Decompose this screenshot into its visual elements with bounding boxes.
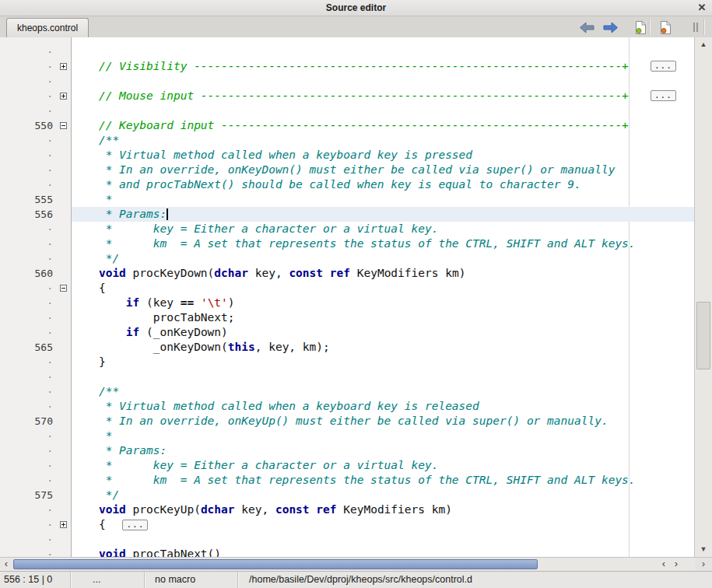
line-number[interactable]: 575: [0, 488, 53, 502]
line-number[interactable]: ·: [0, 310, 53, 325]
collapsed-fold-box[interactable]: ...: [122, 520, 148, 530]
code-line[interactable]: 570 * In an override, onKeyUp() must eit…: [0, 414, 695, 429]
code-line[interactable]: · * km = A set that represents the statu…: [0, 236, 695, 251]
code-line[interactable]: · * key = Either a character or a virtua…: [0, 222, 695, 236]
line-number[interactable]: ·: [0, 296, 53, 310]
line-number[interactable]: ·: [0, 473, 53, 488]
line-number[interactable]: 560: [0, 266, 53, 281]
code-line[interactable]: · * key = Either a character or a virtua…: [0, 458, 695, 473]
dock-grip-button[interactable]: [687, 19, 704, 35]
line-number[interactable]: ·: [0, 89, 53, 103]
document-action-button-1[interactable]: [633, 19, 650, 35]
code-line[interactable]: · /**: [0, 384, 695, 399]
code-text: if (_onKeyDown): [72, 325, 695, 340]
line-number[interactable]: ·: [0, 502, 53, 517]
line-number[interactable]: ·: [0, 59, 53, 74]
code-line[interactable]: · * Virtual method called when a keyboar…: [0, 148, 695, 163]
code-line[interactable]: · void procKeyUp(dchar key, const ref Ke…: [0, 502, 695, 517]
line-number[interactable]: ·: [0, 369, 53, 384]
line-number[interactable]: 565: [0, 340, 53, 355]
scroll-left-button[interactable]: ‹: [0, 558, 12, 571]
line-number[interactable]: ·: [0, 458, 53, 473]
line-number[interactable]: ·: [0, 384, 53, 399]
line-number[interactable]: 570: [0, 414, 53, 429]
tab-kheops-control[interactable]: kheops.control: [6, 18, 89, 37]
line-number[interactable]: 556: [0, 207, 53, 222]
line-number[interactable]: ·: [0, 251, 53, 266]
code-line[interactable]: · if (_onKeyDown): [0, 325, 695, 340]
vertical-scrollbar[interactable]: ▲ ▼: [694, 37, 712, 557]
scroll-left-button-2[interactable]: ‹: [658, 558, 670, 571]
code-line[interactable]: 575 */: [0, 488, 695, 502]
code-line[interactable]: · */: [0, 251, 695, 266]
scroll-down-button[interactable]: ▼: [695, 542, 712, 557]
code-line[interactable]: 556 * Params:: [0, 207, 695, 222]
scroll-right-button[interactable]: ›: [670, 558, 682, 571]
close-button[interactable]: ✕: [696, 2, 708, 14]
titlebar[interactable]: Source editor ✕: [0, 0, 712, 16]
code-line[interactable]: ·: [0, 74, 695, 89]
nav-forward-button[interactable]: [602, 19, 619, 35]
line-number[interactable]: ·: [0, 429, 53, 443]
line-number[interactable]: ·: [0, 236, 53, 251]
line-number[interactable]: ·: [0, 443, 53, 458]
line-number[interactable]: ·: [0, 399, 53, 414]
code-line[interactable]: · procTabNext;: [0, 310, 695, 325]
code-line[interactable]: · * In an override, onKeyDown() must eit…: [0, 163, 695, 177]
horizontal-scroll-thumb[interactable]: [13, 559, 538, 569]
line-number[interactable]: ·: [0, 103, 53, 118]
document-orange-icon: [659, 20, 672, 35]
code-line[interactable]: · void procTabNext(): [0, 547, 695, 557]
line-number[interactable]: ·: [0, 163, 53, 177]
line-number[interactable]: ·: [0, 148, 53, 163]
line-number[interactable]: ·: [0, 532, 53, 547]
code-line[interactable]: · * and procTabNext() should be called w…: [0, 177, 695, 192]
line-number[interactable]: ·: [0, 44, 53, 59]
fold-toggle-icon[interactable]: [60, 521, 67, 528]
line-number[interactable]: ·: [0, 517, 53, 532]
line-number[interactable]: ·: [0, 74, 53, 89]
code-line[interactable]: · // Mouse input -----------------------…: [0, 89, 695, 103]
line-number[interactable]: ·: [0, 133, 53, 148]
line-number[interactable]: ·: [0, 355, 53, 369]
code-line[interactable]: 565 _onKeyDown(this, key, km);: [0, 340, 695, 355]
line-number[interactable]: 555: [0, 192, 53, 207]
document-action-button-2[interactable]: [657, 19, 674, 35]
code-line[interactable]: · }: [0, 355, 695, 369]
code-line[interactable]: · {: [0, 281, 695, 296]
vertical-scroll-thumb[interactable]: [696, 302, 710, 369]
line-number[interactable]: ·: [0, 222, 53, 236]
line-number[interactable]: 550: [0, 118, 53, 133]
collapsed-fold-box[interactable]: ...: [651, 61, 676, 72]
code-line[interactable]: ·: [0, 103, 695, 118]
fold-toggle-icon[interactable]: [60, 93, 67, 100]
code-line[interactable]: · * Params:: [0, 443, 695, 458]
code-line[interactable]: ·: [0, 44, 695, 59]
code-text: *: [72, 429, 695, 443]
code-editor[interactable]: ·· // Visibility -----------------------…: [0, 37, 712, 557]
scroll-up-button[interactable]: ▲: [695, 37, 712, 52]
code-line[interactable]: · if (key == '\t'): [0, 296, 695, 310]
fold-toggle-icon[interactable]: [60, 285, 67, 292]
caret-position: 556 : 15 | 0: [0, 572, 71, 588]
code-line[interactable]: ·: [0, 369, 695, 384]
line-number[interactable]: ·: [0, 325, 53, 340]
collapsed-fold-box[interactable]: ...: [651, 90, 676, 101]
code-line[interactable]: 550 // Keyboard input ------------------…: [0, 118, 695, 133]
code-line[interactable]: · * km = A set that represents the statu…: [0, 473, 695, 488]
code-line[interactable]: · // Visibility ------------------------…: [0, 59, 695, 74]
fold-toggle-icon[interactable]: [60, 122, 67, 129]
line-number[interactable]: ·: [0, 281, 53, 296]
code-line[interactable]: · * Virtual method called when a keyboar…: [0, 399, 695, 414]
code-line[interactable]: ·: [0, 532, 695, 547]
code-line[interactable]: · { ...: [0, 517, 695, 532]
horizontal-scrollbar[interactable]: ‹ ‹ ›: [0, 557, 695, 571]
code-line[interactable]: 555 *: [0, 192, 695, 207]
line-number[interactable]: ·: [0, 547, 53, 557]
code-line[interactable]: · *: [0, 429, 695, 443]
code-line[interactable]: 560 void procKeyDown(dchar key, const re…: [0, 266, 695, 281]
nav-back-button[interactable]: [578, 19, 595, 35]
code-line[interactable]: · /**: [0, 133, 695, 148]
fold-toggle-icon[interactable]: [60, 63, 67, 70]
line-number[interactable]: ·: [0, 177, 53, 192]
